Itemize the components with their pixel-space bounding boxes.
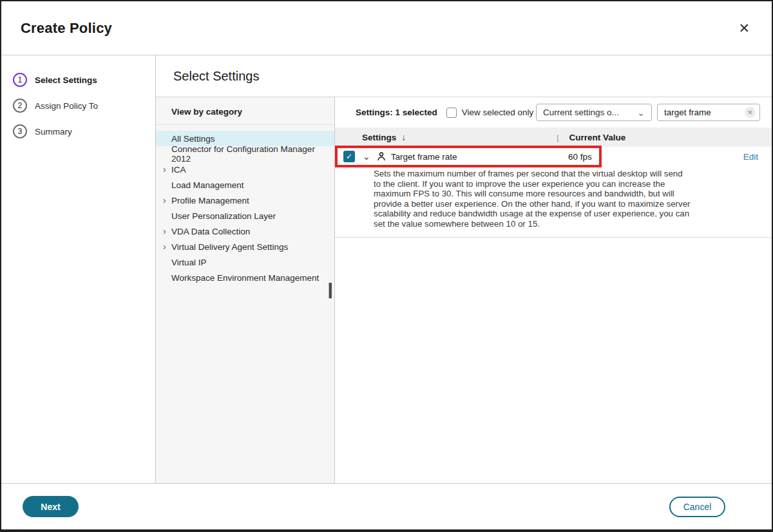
category-item-load-management[interactable]: Load Management <box>156 177 334 193</box>
setting-name: Target frame rate <box>391 152 457 162</box>
column-header-settings: Settings <box>362 133 396 142</box>
category-label: User Personalization Layer <box>171 211 276 221</box>
category-item-vda-data-collection[interactable]: › VDA Data Collection <box>156 223 334 239</box>
category-item-virtual-delivery-agent-settings[interactable]: › Virtual Delivery Agent Settings <box>156 239 334 254</box>
category-label: VDA Data Collection <box>171 227 250 236</box>
step-number-badge: 1 <box>13 73 27 87</box>
dialog-titlebar: Create Policy ✕ <box>1 1 772 55</box>
category-label: Load Management <box>171 180 244 190</box>
settings-search-box: ✕ <box>657 104 760 121</box>
chevron-right-icon: › <box>163 165 171 174</box>
panel-resize-handle[interactable]: ▪ ▪ ▪ ▪ ▪ ▪ <box>328 283 332 298</box>
step-label: Assign Policy To <box>35 101 98 111</box>
step-number-badge: 3 <box>13 124 27 138</box>
search-input[interactable] <box>664 108 735 117</box>
category-item-profile-management[interactable]: › Profile Management <box>156 193 334 208</box>
selected-count-label: Settings: 1 selected <box>356 108 437 117</box>
category-label: Profile Management <box>171 196 249 205</box>
step-summary[interactable]: 3 Summary <box>1 124 155 139</box>
settings-filter-dropdown[interactable]: Current settings o... ⌄ <box>536 104 652 121</box>
dialog-title: Create Policy <box>21 20 112 37</box>
create-policy-dialog: Create Policy ✕ 1 Select Settings 2 Assi… <box>0 0 773 532</box>
view-selected-only-label: View selected only <box>462 108 534 117</box>
category-panel: View by category All Settings Connector … <box>156 97 335 483</box>
check-icon: ✓ <box>346 152 352 161</box>
step-label: Summary <box>35 127 72 137</box>
step-assign-policy-to[interactable]: 2 Assign Policy To <box>1 98 155 113</box>
settings-panel: Settings: 1 selected View selected only … <box>335 97 772 483</box>
page-title: Select Settings <box>173 69 259 84</box>
content-heading-bar: Select Settings <box>156 55 772 97</box>
edit-link[interactable]: Edit <box>743 152 758 162</box>
chevron-right-icon: › <box>163 196 171 205</box>
close-icon[interactable]: ✕ <box>736 19 752 37</box>
category-item-workspace-environment-management[interactable]: Workspace Environment Management <box>156 270 334 285</box>
sort-descending-icon[interactable]: ↓ <box>401 132 406 142</box>
highlight-annotation <box>335 146 602 167</box>
category-item-connector-for-configuration-manager-2012[interactable]: Connector for Configuration Manager 2012 <box>156 146 334 162</box>
step-label: Select Settings <box>35 75 97 85</box>
dialog-footer: Next Cancel <box>1 483 772 529</box>
category-panel-header: View by category <box>156 97 334 125</box>
wizard-stepper: 1 Select Settings 2 Assign Policy To 3 S… <box>1 55 156 483</box>
step-number-badge: 2 <box>13 99 27 113</box>
category-item-user-personalization-layer[interactable]: User Personalization Layer <box>156 208 334 223</box>
table-row-target-frame-rate[interactable]: ✓ ⌄ Target frame rate 60 fps Edit <box>335 147 772 166</box>
category-label: All Settings <box>171 134 215 144</box>
chevron-right-icon: › <box>163 227 171 236</box>
setting-current-value: 60 fps <box>568 152 592 162</box>
user-setting-icon <box>377 152 386 161</box>
dropdown-selected-value: Current settings o... <box>543 108 619 117</box>
category-label: ICA <box>171 165 186 175</box>
category-label: Connector for Configuration Manager 2012 <box>171 144 334 164</box>
column-separator: | <box>557 133 559 142</box>
category-label: Virtual IP <box>171 258 207 267</box>
step-select-settings[interactable]: 1 Select Settings <box>1 72 155 88</box>
view-selected-only-checkbox[interactable] <box>446 108 457 118</box>
clear-search-icon[interactable]: ✕ <box>745 107 756 118</box>
cancel-button[interactable]: Cancel <box>669 497 725 517</box>
settings-table-header: Settings ↓ | Current Value <box>335 128 772 147</box>
next-button[interactable]: Next <box>23 496 79 517</box>
setting-description: Sets the maximum number of frames per se… <box>335 166 772 238</box>
category-label: Workspace Environment Management <box>171 273 319 283</box>
category-label: Virtual Delivery Agent Settings <box>171 242 288 252</box>
category-item-virtual-ip[interactable]: Virtual IP <box>156 254 334 270</box>
chevron-right-icon: › <box>163 242 171 251</box>
row-checkbox-checked[interactable]: ✓ <box>343 151 355 162</box>
category-item-ica[interactable]: › ICA <box>156 162 334 177</box>
column-header-current-value: Current Value <box>569 133 626 142</box>
settings-filter-bar: Settings: 1 selected View selected only … <box>335 97 772 128</box>
category-list: All Settings Connector for Configuration… <box>156 125 334 285</box>
